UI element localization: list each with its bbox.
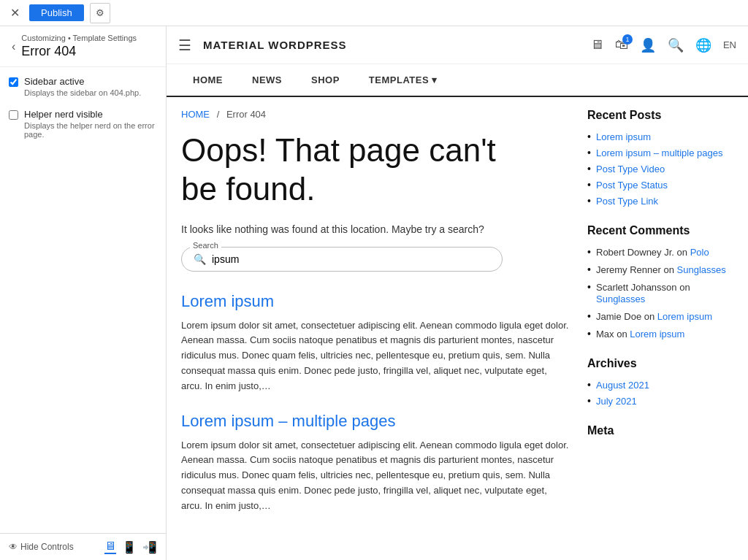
search-results: Lorem ipsum Lorem ipsum dolor sit amet, …: [181, 292, 570, 514]
top-bar-left: ✕ Publish ⚙: [6, 3, 110, 23]
customizer-sidebar: ‹ Customizing • Template Settings Error …: [0, 26, 167, 560]
language-label[interactable]: EN: [723, 39, 736, 50]
list-item: Post Type Link: [587, 195, 733, 207]
comment-text-4: Jamie Doe on Lorem ipsum: [596, 311, 712, 322]
hide-controls-label: Hide Controls: [20, 542, 74, 552]
globe-icon[interactable]: 🌐: [695, 37, 711, 53]
customizer-title: Error 404: [21, 44, 137, 59]
error-heading: Oops! That page can't be found.: [181, 131, 570, 209]
customizer-header-row: ‹ Customizing • Template Settings Error …: [9, 34, 157, 59]
site-title: MATERIAL WORDPRESS: [203, 39, 590, 51]
back-button[interactable]: ‹: [9, 39, 18, 55]
result-excerpt-1: Lorem ipsum dolor sit amet, consectetuer…: [181, 318, 570, 394]
shopping-bag-icon[interactable]: 🛍 1: [615, 37, 628, 53]
nav-item-templates[interactable]: TEMPLATES ▾: [354, 64, 452, 97]
helper-nerd-option: Helper nerd visible Displays the helper …: [9, 109, 157, 139]
hide-controls-button[interactable]: 👁 Hide Controls: [9, 542, 74, 552]
sidebar-active-desc: Displays the sidebar on 404.php.: [24, 88, 141, 97]
breadcrumb-current: Error 404: [226, 109, 266, 120]
recent-posts-title: Recent Posts: [587, 109, 733, 122]
customizer-breadcrumb: Customizing • Template Settings: [21, 34, 137, 42]
search-box-wrapper: Search 🔍: [181, 247, 503, 272]
mobile-view-button[interactable]: 📲: [142, 540, 157, 554]
archives-section: Archives August 2021 July 2021: [587, 357, 733, 407]
list-item: Post Type Video: [587, 163, 733, 174]
error-heading-line1: Oops! That page can't: [181, 132, 496, 168]
result-title-2[interactable]: Lorem ipsum – multiple pages: [181, 412, 570, 431]
customizer-header: ‹ Customizing • Template Settings Error …: [0, 26, 166, 67]
helper-nerd-desc: Displays the helper nerd on the error pa…: [24, 121, 157, 139]
publish-button[interactable]: Publish: [29, 4, 84, 21]
recent-post-link-4[interactable]: Post Type Status: [596, 180, 668, 191]
comment-link-1[interactable]: Polo: [690, 247, 709, 258]
main-content: HOME / Error 404 Oops! That page can't b…: [181, 109, 570, 548]
monitor-icon[interactable]: 🖥: [590, 37, 603, 53]
archive-link-1[interactable]: August 2021: [596, 380, 649, 391]
meta-section: Meta: [587, 424, 733, 437]
breadcrumb: HOME / Error 404: [181, 109, 570, 120]
sidebar: Recent Posts Lorem ipsum Lorem ipsum – m…: [587, 109, 733, 548]
list-item: July 2021: [587, 395, 733, 407]
helper-nerd-checkbox[interactable]: [9, 110, 18, 120]
content-area: HOME / Error 404 Oops! That page can't b…: [167, 97, 748, 560]
sidebar-active-option: Sidebar active Displays the sidebar on 4…: [9, 76, 157, 97]
nav-item-news[interactable]: NEWS: [237, 64, 297, 97]
comment-item-3: Scarlett Johansson on Sunglasses: [587, 281, 733, 304]
error-heading-line2: be found.: [181, 171, 316, 207]
cart-badge: 1: [622, 34, 633, 45]
customizer-footer: 👁 Hide Controls 🖥 📱 📲: [0, 533, 166, 560]
helper-nerd-label: Helper nerd visible: [24, 109, 157, 120]
comment-item-1: Robert Downey Jr. on Polo: [587, 246, 733, 258]
recent-posts-list: Lorem ipsum Lorem ipsum – multiple pages…: [587, 131, 733, 207]
sidebar-active-checkbox[interactable]: [9, 77, 18, 87]
comment-item-2: Jeremy Renner on Sunglasses: [587, 264, 733, 275]
recent-comments-title: Recent Comments: [587, 224, 733, 237]
recent-post-link-5[interactable]: Post Type Link: [596, 196, 658, 207]
result-excerpt-2: Lorem ipsum dolor sit amet, consectetuer…: [181, 438, 570, 514]
tablet-view-button[interactable]: 📱: [122, 540, 137, 554]
comment-item-4: Jamie Doe on Lorem ipsum: [587, 310, 733, 322]
gear-button[interactable]: ⚙: [90, 3, 110, 23]
comment-text-2: Jeremy Renner on Sunglasses: [596, 264, 726, 275]
desktop-view-button[interactable]: 🖥: [104, 540, 116, 554]
top-bar: ✕ Publish ⚙: [0, 0, 748, 26]
comment-link-5[interactable]: Lorem ipsum: [630, 329, 684, 340]
search-icon[interactable]: 🔍: [668, 37, 684, 53]
customizer-options: Sidebar active Displays the sidebar on 4…: [0, 67, 166, 533]
list-item: Post Type Status: [587, 179, 733, 191]
search-label: Search: [190, 241, 221, 250]
comment-text-5: Max on Lorem ipsum: [596, 329, 684, 340]
list-item: Lorem ipsum: [587, 131, 733, 142]
recent-posts-section: Recent Posts Lorem ipsum Lorem ipsum – m…: [587, 109, 733, 207]
recent-post-link-3[interactable]: Post Type Video: [596, 164, 665, 174]
chevron-down-icon: ▾: [432, 74, 438, 85]
meta-title: Meta: [587, 424, 733, 437]
recent-post-link-1[interactable]: Lorem ipsum: [596, 131, 651, 142]
search-box: 🔍: [181, 247, 503, 272]
result-title-1[interactable]: Lorem ipsum: [181, 292, 570, 311]
hamburger-icon[interactable]: ☰: [178, 37, 191, 54]
nav-menu: HOME NEWS SHOP TEMPLATES ▾: [167, 64, 748, 97]
archives-list: August 2021 July 2021: [587, 379, 733, 407]
nav-item-home[interactable]: HOME: [178, 64, 237, 97]
breadcrumb-home-link[interactable]: HOME: [181, 109, 210, 120]
archives-title: Archives: [587, 357, 733, 370]
account-icon[interactable]: 👤: [640, 37, 656, 53]
search-input[interactable]: [212, 253, 490, 265]
search-icon: 🔍: [194, 253, 206, 265]
nav-item-shop[interactable]: SHOP: [297, 64, 354, 97]
close-button[interactable]: ✕: [6, 4, 23, 22]
eye-icon: 👁: [9, 542, 18, 552]
footer-icons: 🖥 📱 📲: [104, 540, 157, 554]
error-description: It looks like nothing was found at this …: [181, 223, 570, 235]
breadcrumb-separator: /: [217, 109, 220, 120]
comment-link-2[interactable]: Sunglasses: [677, 264, 726, 275]
comment-link-3[interactable]: Sunglasses: [596, 294, 645, 304]
list-item: Lorem ipsum – multiple pages: [587, 147, 733, 158]
recent-post-link-2[interactable]: Lorem ipsum – multiple pages: [596, 147, 722, 158]
list-item: August 2021: [587, 379, 733, 391]
archive-link-2[interactable]: July 2021: [596, 396, 637, 407]
main-layout: ‹ Customizing • Template Settings Error …: [0, 26, 748, 560]
comment-link-4[interactable]: Lorem ipsum: [657, 311, 712, 322]
comment-text-3: Scarlett Johansson on Sunglasses: [596, 282, 690, 304]
